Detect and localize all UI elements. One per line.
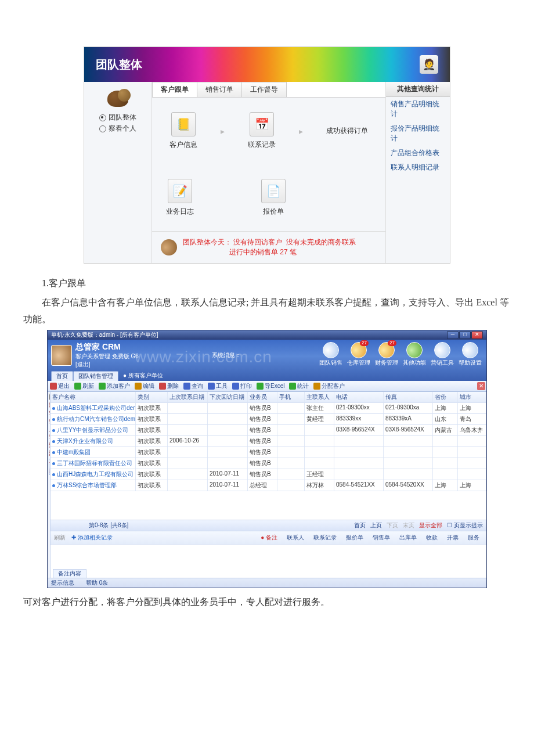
grid-header: 客户名称类别上次联系日期下次回访日期业务员手机主联系人电话传真省份城市 [50, 392, 486, 403]
tab-sales-order[interactable]: 销售订单 [197, 82, 242, 97]
sub-toolbar: 刷新 ✚ 添加相关记录 ● 备注联系人联系记录报价单销售单出库单收款开票服务 [50, 531, 486, 544]
table-row[interactable]: 天津X升企业有限公司初次联系2006-10-26销售员B [50, 436, 486, 447]
tab2-all-customers[interactable]: ● 所有客户单位 [118, 371, 168, 381]
toolbar-item[interactable]: 编辑 [135, 382, 154, 390]
table-row[interactable]: 八里YY中创显示部品分公司初次联系销售员B03X8-956524X03X8-95… [50, 425, 486, 436]
sub-add-related[interactable]: ✚ 添加相关记录 [71, 534, 113, 542]
toolbar-item[interactable]: 查询 [183, 382, 203, 390]
col-header[interactable]: 类别 [136, 392, 168, 402]
flow-row-2: 📝业务日志 📄报价单 [152, 164, 385, 231]
tab-customer-follow[interactable]: 客户跟单 [152, 82, 197, 97]
status-bar: 团队整体今天： 没有待回访客户 没有未完成的商务联系 进行中的销售单 27 笔 [152, 231, 385, 263]
toolbar-item[interactable]: 工具 [208, 382, 228, 390]
toolbar-item[interactable]: 打印 [232, 382, 252, 390]
col-header[interactable]: 电话 [334, 392, 384, 402]
col-header[interactable]: 主联系人 [305, 392, 334, 402]
col-header[interactable]: 客户名称 [50, 392, 136, 402]
flow-row-1: 📒客户信息 ▸ 📅联系记录 ▸ 成功获得订单 [152, 98, 385, 164]
nav-item[interactable]: 营销工具 [430, 342, 455, 367]
sub-tab[interactable]: ● 备注 [257, 533, 281, 542]
flow-contact-record[interactable]: 📅联系记录 [248, 112, 276, 150]
tab2-home[interactable]: 首页 [51, 371, 73, 381]
radio-individual[interactable]: 察看个人 [89, 124, 147, 134]
flow-customer-info[interactable]: 📒客户信息 [169, 112, 197, 150]
nav-item[interactable]: 帮助设置 [457, 342, 483, 367]
toolbar-item[interactable]: 删除 [159, 382, 179, 390]
sub-tab[interactable]: 报价单 [342, 533, 367, 542]
table-row[interactable]: 万林SS综合市场管理部初次联系2010-07-11总经理林万林0584-5452… [50, 480, 486, 491]
col-header[interactable]: 业务员 [248, 392, 277, 402]
col-header[interactable]: 省份 [433, 392, 458, 402]
memo-tab[interactable]: 备注内容 [53, 569, 86, 578]
arrow-icon: ▸ [221, 127, 225, 136]
radio-team[interactable]: 团队整体 [89, 113, 147, 123]
exit-link[interactable]: [退出] [75, 361, 139, 369]
link-contact-detail[interactable]: 联系人明细记录 [386, 160, 450, 175]
table-row[interactable]: 三丁林国际招标有限责任公司初次联系销售员B [50, 458, 486, 469]
sub-refresh[interactable]: 刷新 [54, 534, 66, 542]
pager-prev[interactable]: 上页 [370, 521, 382, 530]
link-combo-price[interactable]: 产品组合价格表 [386, 146, 450, 160]
table-row[interactable]: 山西HJ森森电力工程有限公司初次联系2010-07-11销售员B王经理 [50, 469, 486, 480]
sub-tab[interactable]: 服务 [464, 533, 483, 542]
flow-quote[interactable]: 📄报价单 [261, 179, 286, 217]
pager-showall[interactable]: 显示全部 [419, 521, 442, 530]
nav-item[interactable]: 其他功能 [402, 342, 427, 367]
window-titlebar: 单机·永久免费版：admin - [所有客户单位] ─ □ ✕ [48, 330, 486, 340]
top-nav: 团队销售27仓库管理27财务管理其他功能营销工具帮助设置 [318, 342, 483, 367]
toolbar-item[interactable]: 添加客户 [99, 382, 130, 390]
pager-first[interactable]: 首页 [354, 521, 366, 530]
arrow-icon: ▸ [299, 127, 303, 136]
pager: 第0-8条 [共8条] 首页 上页 下页 末页 显示全部 ☐ 页显示提示 [50, 520, 486, 531]
link-sales-detail[interactable]: 销售产品明细统计 [386, 97, 450, 121]
tab-work-supervise[interactable]: 工作督导 [241, 82, 287, 97]
crm-screenshot: 单机·永久免费版：admin - [所有客户单位] ─ □ ✕ 总管家 CRM … [47, 330, 487, 588]
minimize-button[interactable]: ─ [447, 331, 459, 339]
sub-tab[interactable]: 联系记录 [310, 533, 340, 542]
panel-close-button[interactable]: ✕ [477, 382, 485, 390]
toolbar: 退出刷新添加客户编辑删除查询工具打印导Excel统计分配客户✕ [48, 381, 486, 392]
app-subtitle: 客户关系管理 免费版 G6 [75, 352, 139, 361]
col-header[interactable]: 手机 [277, 392, 305, 402]
flow-order-success: 成功获得订单 [326, 126, 368, 136]
suit-icon[interactable]: 🤵 [420, 55, 438, 74]
sub-tab[interactable]: 开票 [443, 533, 462, 542]
notepad-icon: 📝 [168, 179, 192, 203]
toolbar-item[interactable]: 统计 [289, 382, 309, 390]
col-header[interactable]: 传真 [384, 392, 433, 402]
table-row[interactable]: 山海ABS塑料工程采购公司demo初次联系销售员B张主任021-09300xx0… [50, 403, 486, 414]
pager-info: 第0-8条 [共8条] [89, 521, 128, 530]
table-row[interactable]: 中建m殿集团初次联系销售员B [50, 447, 486, 458]
people-icon [107, 91, 128, 107]
watermark: www.zixin.com.cn [135, 348, 272, 366]
close-button[interactable]: ✕ [471, 331, 483, 339]
other-stats-header: 其他查询统计 [386, 82, 450, 97]
grid-area: 客户名称类别上次联系日期下次回访日期业务员手机主联系人电话传真省份城市 山海AB… [50, 392, 486, 578]
sub-tab[interactable]: 收款 [423, 533, 441, 542]
dashboard-header: 团队整体 🤵 [84, 47, 450, 82]
tab2-team-sales[interactable]: 团队销售管理 [73, 371, 118, 381]
memo-area[interactable]: 备注内容 [50, 544, 486, 578]
maximize-button[interactable]: □ [459, 331, 471, 339]
table-row[interactable]: 航行动力CM汽车销售公司demo初次联系销售员B黄经理883339xx88333… [50, 414, 486, 425]
sub-tab[interactable]: 销售单 [369, 533, 394, 542]
toolbar-item[interactable]: 退出 [50, 382, 70, 390]
flow-work-log[interactable]: 📝业务日志 [166, 179, 194, 217]
col-header[interactable]: 下次回访日期 [208, 392, 248, 402]
toolbar-item[interactable]: 导Excel [257, 382, 284, 390]
sub-tab[interactable]: 出库单 [396, 533, 420, 542]
statusbar: 提示信息 帮助 0条 [48, 578, 486, 588]
pager-last[interactable]: 末页 [403, 521, 414, 530]
nav-item[interactable]: 团队销售 [318, 342, 344, 367]
nav-item[interactable]: 27仓库管理 [346, 342, 371, 367]
nav-item[interactable]: 27财务管理 [374, 342, 399, 367]
toolbar-item[interactable]: 分配客户 [313, 382, 345, 390]
user-avatar[interactable] [51, 345, 72, 366]
col-header[interactable]: 城市 [458, 392, 486, 402]
toolbar-item[interactable]: 刷新 [74, 382, 94, 390]
pager-next[interactable]: 下页 [387, 521, 398, 530]
col-header[interactable]: 上次联系日期 [168, 392, 208, 402]
dashboard-title: 团队整体 [96, 57, 142, 73]
link-quote-detail[interactable]: 报价产品明细统计 [386, 121, 450, 146]
sub-tab[interactable]: 联系人 [283, 533, 308, 542]
